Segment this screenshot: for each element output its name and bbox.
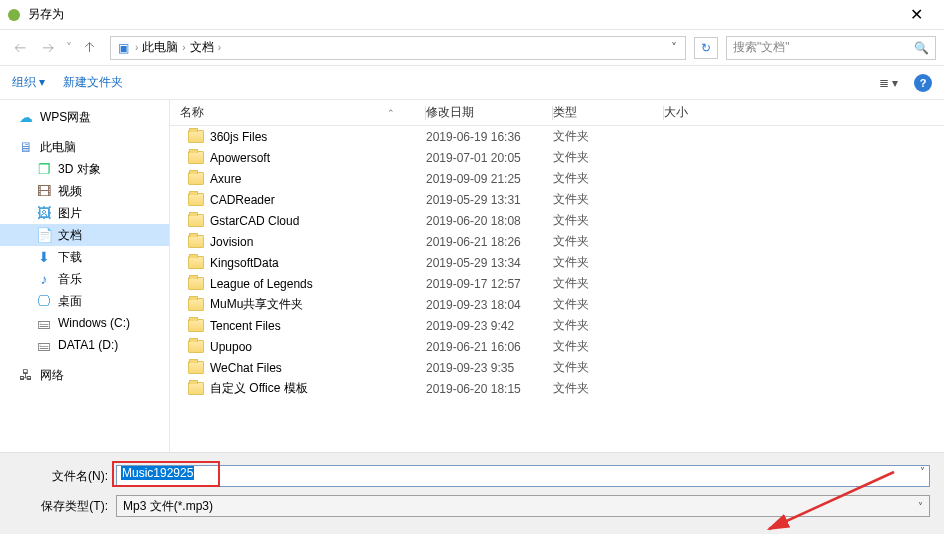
pc-icon: ▣ xyxy=(115,40,131,56)
table-row[interactable]: Tencent Files2019-09-23 9:42文件夹 xyxy=(170,315,944,336)
table-row[interactable]: League of Legends2019-09-17 12:57文件夹 xyxy=(170,273,944,294)
picture-icon: 🖼 xyxy=(36,205,52,221)
sidebar-item-pictures[interactable]: 🖼图片 xyxy=(0,202,169,224)
forward-button: 🡢 xyxy=(36,36,60,60)
sidebar: ☁WPS网盘 🖥此电脑 ❐3D 对象 🎞视频 🖼图片 📄文档 ⬇下载 ♪音乐 🖵… xyxy=(0,100,170,452)
folder-icon xyxy=(188,235,204,248)
table-row[interactable]: WeChat Files2019-09-23 9:35文件夹 xyxy=(170,357,944,378)
help-icon[interactable]: ? xyxy=(914,74,932,92)
view-menu[interactable]: ≣ ▾ xyxy=(873,74,904,92)
filename-label: 文件名(N): xyxy=(14,468,116,485)
folder-icon xyxy=(188,256,204,269)
sidebar-item-wps[interactable]: ☁WPS网盘 xyxy=(0,106,169,128)
drive-icon: 🖴 xyxy=(36,337,52,353)
nav-dropdown-icon[interactable]: ˅ xyxy=(66,41,72,55)
sidebar-item-desktop[interactable]: 🖵桌面 xyxy=(0,290,169,312)
download-icon: ⬇ xyxy=(36,249,52,265)
table-row[interactable]: Apowersoft2019-07-01 20:05文件夹 xyxy=(170,147,944,168)
sidebar-item-3d[interactable]: ❐3D 对象 xyxy=(0,158,169,180)
folder-icon xyxy=(188,319,204,332)
back-button[interactable]: 🡠 xyxy=(8,36,32,60)
sidebar-item-music[interactable]: ♪音乐 xyxy=(0,268,169,290)
folder-icon xyxy=(188,277,204,290)
window-title: 另存为 xyxy=(28,6,896,23)
close-icon[interactable]: ✕ xyxy=(896,5,936,24)
network-icon: 🖧 xyxy=(18,367,34,383)
sidebar-item-documents[interactable]: 📄文档 xyxy=(0,224,169,246)
folder-icon xyxy=(188,130,204,143)
cube-icon: ❐ xyxy=(36,161,52,177)
chevron-down-icon: ˅ xyxy=(918,501,923,512)
sidebar-item-drive-d[interactable]: 🖴DATA1 (D:) xyxy=(0,334,169,356)
folder-icon xyxy=(188,298,204,311)
table-row[interactable]: 360js Files2019-06-19 16:36文件夹 xyxy=(170,126,944,147)
app-icon xyxy=(8,9,20,21)
sidebar-item-video[interactable]: 🎞视频 xyxy=(0,180,169,202)
chevron-right-icon: › xyxy=(218,42,221,53)
new-folder-button[interactable]: 新建文件夹 xyxy=(63,74,123,91)
table-row[interactable]: Upupoo2019-06-21 16:06文件夹 xyxy=(170,336,944,357)
table-row[interactable]: CADReader2019-05-29 13:31文件夹 xyxy=(170,189,944,210)
filetype-select[interactable]: Mp3 文件(*.mp3) ˅ xyxy=(116,495,930,517)
sidebar-item-downloads[interactable]: ⬇下载 xyxy=(0,246,169,268)
sidebar-item-network[interactable]: 🖧网络 xyxy=(0,364,169,386)
folder-icon xyxy=(188,214,204,227)
chevron-down-icon[interactable]: ˅ xyxy=(920,466,925,477)
filename-input[interactable]: Music192925 ˅ xyxy=(116,465,930,487)
list-header: 名称⌃ 修改日期 类型 大小 xyxy=(170,100,944,126)
column-size[interactable]: 大小 xyxy=(664,104,744,121)
folder-icon xyxy=(188,193,204,206)
desktop-icon: 🖵 xyxy=(36,293,52,309)
table-row[interactable]: MuMu共享文件夹2019-09-23 18:04文件夹 xyxy=(170,294,944,315)
sidebar-item-pc[interactable]: 🖥此电脑 xyxy=(0,136,169,158)
folder-icon xyxy=(188,340,204,353)
filetype-label: 保存类型(T): xyxy=(14,498,116,515)
table-row[interactable]: 自定义 Office 模板2019-06-20 18:15文件夹 xyxy=(170,378,944,399)
column-name[interactable]: 名称⌃ xyxy=(170,104,425,121)
folder-icon xyxy=(188,172,204,185)
video-icon: 🎞 xyxy=(36,183,52,199)
organize-menu[interactable]: 组织 ▾ xyxy=(12,74,45,91)
sidebar-item-drive-c[interactable]: 🖴Windows (C:) xyxy=(0,312,169,334)
table-row[interactable]: GstarCAD Cloud2019-06-20 18:08文件夹 xyxy=(170,210,944,231)
table-row[interactable]: KingsoftData2019-05-29 13:34文件夹 xyxy=(170,252,944,273)
search-placeholder: 搜索"文档" xyxy=(733,39,914,56)
column-type[interactable]: 类型 xyxy=(553,104,663,121)
breadcrumb-folder[interactable]: 文档 xyxy=(186,39,218,56)
folder-icon xyxy=(188,361,204,374)
search-input[interactable]: 搜索"文档" 🔍 xyxy=(726,36,936,60)
search-icon[interactable]: 🔍 xyxy=(914,41,929,55)
table-row[interactable]: Axure2019-09-09 21:25文件夹 xyxy=(170,168,944,189)
cloud-icon: ☁ xyxy=(18,109,34,125)
breadcrumb-root[interactable]: 此电脑 xyxy=(138,39,182,56)
sort-asc-icon: ⌃ xyxy=(387,108,395,118)
pc-icon: 🖥 xyxy=(18,139,34,155)
table-row[interactable]: Jovision2019-06-21 18:26文件夹 xyxy=(170,231,944,252)
column-date[interactable]: 修改日期 xyxy=(426,104,552,121)
up-button[interactable]: 🡡 xyxy=(78,36,102,60)
breadcrumb[interactable]: ▣ › 此电脑 › 文档 › ˅ xyxy=(110,36,686,60)
path-dropdown-icon[interactable]: ˅ xyxy=(667,41,681,55)
document-icon: 📄 xyxy=(36,227,52,243)
folder-icon xyxy=(188,382,204,395)
folder-icon xyxy=(188,151,204,164)
refresh-button[interactable]: ↻ xyxy=(694,37,718,59)
music-icon: ♪ xyxy=(36,271,52,287)
drive-icon: 🖴 xyxy=(36,315,52,331)
